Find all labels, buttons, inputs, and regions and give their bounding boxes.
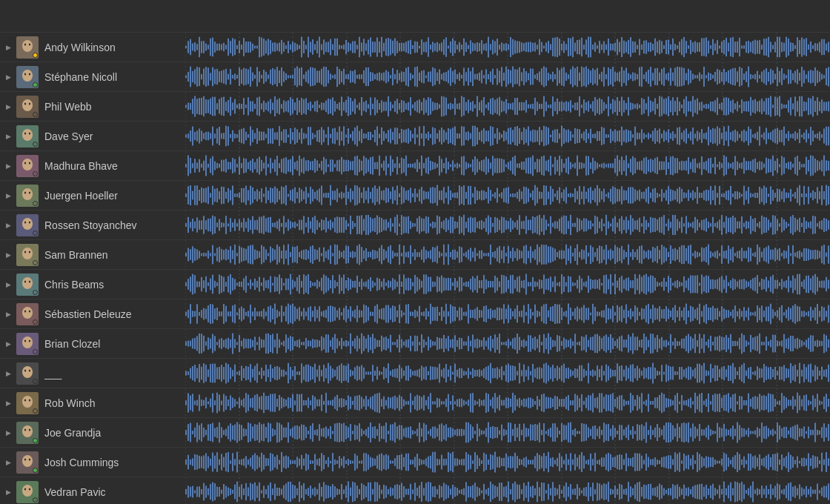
waveform-area bbox=[185, 388, 830, 417]
member-row[interactable]: ▶Vedran Pavic bbox=[0, 477, 830, 504]
status-dot bbox=[33, 349, 38, 354]
waveform-canvas bbox=[185, 329, 830, 358]
member-row[interactable]: ▶Phil Webb bbox=[0, 92, 830, 122]
avatar bbox=[16, 362, 39, 385]
play-button[interactable]: ▶ bbox=[0, 73, 16, 81]
waveform-canvas bbox=[185, 270, 830, 299]
member-name: Rossen Stoyanchev bbox=[44, 219, 185, 231]
play-button[interactable]: ▶ bbox=[0, 222, 16, 229]
play-button[interactable]: ▶ bbox=[0, 340, 16, 348]
avatar bbox=[16, 155, 39, 177]
waveform-area bbox=[185, 329, 830, 358]
waveform-area bbox=[185, 210, 830, 239]
play-button[interactable]: ▶ bbox=[0, 399, 16, 407]
member-name: ___ bbox=[44, 368, 185, 379]
member-row[interactable]: ▶Juergen Hoeller bbox=[0, 181, 830, 210]
avatar bbox=[16, 36, 39, 59]
waveform-canvas bbox=[185, 62, 830, 91]
waveform-canvas bbox=[185, 33, 830, 62]
waveform-canvas bbox=[185, 151, 830, 180]
waveform-canvas bbox=[185, 210, 830, 239]
member-name: Brian Clozel bbox=[44, 338, 185, 350]
status-dot bbox=[33, 171, 38, 176]
play-button[interactable]: ▶ bbox=[0, 103, 16, 110]
play-button[interactable]: ▶ bbox=[0, 44, 16, 51]
member-name: Dave Syer bbox=[44, 130, 185, 142]
play-button[interactable]: ▶ bbox=[0, 459, 16, 466]
settings-icon[interactable] bbox=[771, 7, 788, 25]
member-name: Vedran Pavic bbox=[44, 486, 185, 498]
member-row[interactable]: ▶Joe Grandja bbox=[0, 418, 830, 448]
member-row[interactable]: ▶Dave Syer bbox=[0, 122, 830, 151]
member-name: Juergen Hoeller bbox=[44, 190, 185, 202]
waveform-area bbox=[185, 448, 830, 477]
member-row[interactable]: ▶Rob Winch bbox=[0, 388, 830, 418]
member-row[interactable]: ▶Sébastien Deleuze bbox=[0, 299, 830, 329]
avatar bbox=[16, 451, 39, 474]
waveform-canvas bbox=[185, 181, 830, 210]
avatar bbox=[16, 481, 39, 503]
status-dot bbox=[33, 497, 38, 503]
member-name: Rob Winch bbox=[44, 397, 185, 409]
member-name: Sam Brannen bbox=[44, 249, 185, 261]
member-row[interactable]: ▶Sam Brannen bbox=[0, 240, 830, 270]
waveform-area bbox=[185, 151, 830, 180]
status-dot bbox=[33, 290, 38, 295]
play-button[interactable]: ▶ bbox=[0, 429, 16, 437]
avatar bbox=[16, 244, 39, 266]
member-row[interactable]: ▶Madhura Bhave bbox=[0, 151, 830, 181]
play-button[interactable]: ▶ bbox=[0, 281, 16, 288]
status-dot bbox=[33, 142, 38, 147]
member-name: Chris Beams bbox=[44, 279, 185, 291]
play-button[interactable]: ▶ bbox=[0, 251, 16, 259]
avatar bbox=[16, 273, 39, 296]
member-name: Madhura Bhave bbox=[44, 160, 185, 172]
member-row[interactable]: ▶Brian Clozel bbox=[0, 329, 830, 359]
waveform-canvas bbox=[185, 448, 830, 477]
waveform-canvas bbox=[185, 122, 830, 150]
waveform-area bbox=[185, 122, 830, 150]
play-button[interactable]: ▶ bbox=[0, 488, 16, 496]
play-button[interactable]: ▶ bbox=[0, 311, 16, 318]
status-dot bbox=[33, 438, 38, 443]
waveform-area bbox=[185, 92, 830, 121]
member-row[interactable]: ▶___ bbox=[0, 359, 830, 388]
avatar bbox=[16, 422, 39, 444]
play-button[interactable]: ▶ bbox=[0, 162, 16, 170]
waveform-canvas bbox=[185, 240, 830, 269]
member-name: Phil Webb bbox=[44, 101, 185, 113]
status-dot bbox=[33, 319, 38, 325]
waveform-area bbox=[185, 359, 830, 388]
member-row[interactable]: ▶Josh Cummings bbox=[0, 448, 830, 477]
waveform-area bbox=[185, 418, 830, 447]
waveform-canvas bbox=[185, 299, 830, 328]
status-dot bbox=[33, 260, 38, 265]
member-row[interactable]: ▶Andy Wilkinson bbox=[0, 33, 830, 62]
avatar bbox=[16, 185, 39, 207]
member-name: Stéphane Nicoll bbox=[44, 71, 185, 83]
play-button[interactable]: ▶ bbox=[0, 133, 16, 140]
member-row[interactable]: ▶Stéphane Nicoll bbox=[0, 62, 830, 92]
member-row[interactable]: ▶Chris Beams bbox=[0, 270, 830, 299]
avatar bbox=[16, 125, 39, 147]
waveform-canvas bbox=[185, 477, 830, 504]
avatar bbox=[16, 66, 39, 88]
avatar bbox=[16, 303, 39, 325]
member-row[interactable]: ▶Rossen Stoyanchev bbox=[0, 210, 830, 240]
avatar bbox=[16, 96, 39, 118]
waveform-area bbox=[185, 270, 830, 299]
member-name: Josh Cummings bbox=[44, 457, 185, 468]
status-dot bbox=[33, 53, 38, 58]
waveform-area bbox=[185, 33, 830, 62]
play-button[interactable]: ▶ bbox=[0, 192, 16, 199]
waveform-area bbox=[185, 477, 830, 504]
waveform-area bbox=[185, 240, 830, 269]
member-name: Andy Wilkinson bbox=[44, 42, 185, 53]
waveform-canvas bbox=[185, 418, 830, 447]
minimize-icon[interactable] bbox=[800, 7, 818, 25]
status-dot bbox=[33, 82, 38, 87]
team-list: ▶Andy Wilkinson▶Stéphane Nicoll▶Phil Web… bbox=[0, 33, 830, 504]
avatar bbox=[16, 214, 39, 236]
waveform-area bbox=[185, 299, 830, 328]
play-button[interactable]: ▶ bbox=[0, 370, 16, 377]
